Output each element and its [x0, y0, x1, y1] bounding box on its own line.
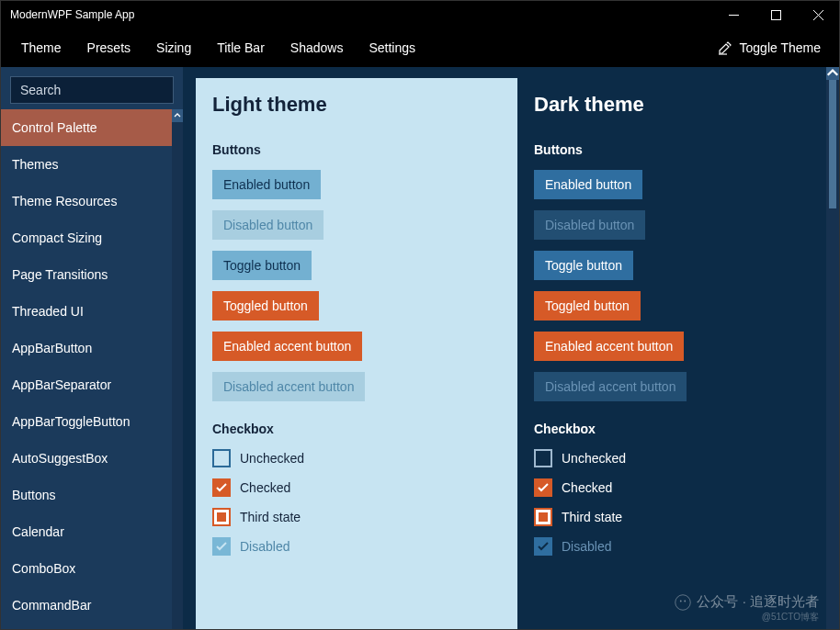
toggle-theme-label: Toggle Theme: [740, 40, 821, 55]
checkbox-checked-icon[interactable]: [212, 478, 231, 497]
cb-label: Unchecked: [562, 451, 626, 466]
cb-label: Unchecked: [240, 451, 304, 466]
sidebar-item-threaded-ui[interactable]: Threaded UI: [1, 293, 183, 330]
sidebar-item-appbarseparator[interactable]: AppBarSeparator: [1, 366, 183, 403]
search-input[interactable]: [20, 83, 181, 97]
light-cb-third-row[interactable]: Third state: [212, 508, 301, 526]
sidebar-scrollbar[interactable]: [172, 109, 183, 629]
light-theme-panel: Light theme Buttons Enabled button Disab…: [196, 78, 517, 629]
dark-buttons-heading: Buttons: [534, 142, 823, 157]
sidebar-item-appbarbutton[interactable]: AppBarButton: [1, 330, 183, 366]
titlebar[interactable]: ModernWPF Sample App: [1, 1, 839, 28]
app-body: Control Palette Themes Theme Resources C…: [1, 67, 839, 629]
light-cb-unchecked-row[interactable]: Unchecked: [212, 449, 304, 467]
sidebar-item-commandbar[interactable]: CommandBar: [1, 587, 183, 624]
sidebar-item-calendar[interactable]: Calendar: [1, 513, 183, 550]
dark-cb-third-row[interactable]: Third state: [534, 508, 622, 526]
cb-label: Checked: [240, 480, 290, 495]
cb-label: Checked: [562, 480, 612, 495]
scroll-up-button[interactable]: [826, 67, 839, 80]
dark-checkbox-heading: Checkbox: [534, 422, 823, 436]
sidebar-item-combobox[interactable]: ComboBox: [1, 550, 183, 587]
search-box[interactable]: [10, 76, 174, 104]
dark-enabled-button[interactable]: Enabled button: [534, 170, 642, 199]
menu-titlebar[interactable]: Title Bar: [204, 35, 278, 61]
sidebar-list[interactable]: Control Palette Themes Theme Resources C…: [1, 109, 183, 629]
checkbox-unchecked-icon[interactable]: [534, 449, 552, 467]
sidebar-item-label: Control Palette: [12, 120, 97, 135]
app-window: ModernWPF Sample App Theme Presets Sizin…: [0, 0, 840, 630]
checkbox-checked-icon[interactable]: [534, 478, 552, 497]
menu-theme[interactable]: Theme: [8, 35, 74, 61]
sidebar-item-label: AppBarToggleButton: [12, 414, 130, 429]
sidebar-item-label: Calendar: [12, 524, 64, 539]
light-button-stack: Enabled button Disabled button Toggle bu…: [212, 170, 501, 401]
sidebar-item-appbartogglebutton[interactable]: AppBarToggleButton: [1, 403, 183, 440]
close-button[interactable]: [797, 1, 839, 28]
dark-cb-unchecked-row[interactable]: Unchecked: [534, 449, 626, 467]
cb-label: Third state: [240, 510, 301, 524]
dark-toggle-button[interactable]: Toggle button: [534, 251, 633, 280]
main-area: Light theme Buttons Enabled button Disab…: [183, 67, 839, 629]
light-cb-checked-row[interactable]: Checked: [212, 478, 290, 497]
toggle-theme-button[interactable]: Toggle Theme: [707, 35, 832, 61]
dark-accent-disabled-button: Disabled accent button: [534, 372, 687, 401]
light-disabled-button: Disabled button: [212, 210, 324, 240]
cb-label: Third state: [562, 510, 622, 524]
sidebar-item-theme-resources[interactable]: Theme Resources: [1, 183, 183, 219]
menu-presets[interactable]: Presets: [74, 35, 143, 61]
checkbox-indeterminate-icon[interactable]: [534, 508, 552, 526]
window-title: ModernWPF Sample App: [10, 8, 134, 21]
sidebar-item-themes[interactable]: Themes: [1, 146, 183, 183]
sidebar-item-label: Buttons: [12, 488, 55, 502]
sidebar-item-label: CommandBar: [12, 598, 91, 613]
light-accent-enabled-button[interactable]: Enabled accent button: [212, 332, 362, 361]
light-toggle-button[interactable]: Toggle button: [212, 251, 312, 280]
dark-button-stack: Enabled button Disabled button Toggle bu…: [534, 170, 823, 401]
checkbox-unchecked-icon[interactable]: [212, 449, 231, 467]
minimize-icon: [729, 10, 739, 20]
light-title: Light theme: [212, 93, 501, 117]
dark-toggled-button[interactable]: Toggled button: [534, 291, 641, 321]
svg-rect-0: [771, 10, 780, 19]
main-scrollbar[interactable]: [826, 67, 839, 629]
light-buttons-heading: Buttons: [212, 142, 501, 157]
menu-settings[interactable]: Settings: [356, 35, 428, 61]
sidebar-item-label: AutoSuggestBox: [12, 451, 108, 466]
sidebar-item-buttons[interactable]: Buttons: [1, 477, 183, 513]
checkbox-indeterminate-icon[interactable]: [212, 508, 231, 526]
light-toggled-button[interactable]: Toggled button: [212, 291, 319, 321]
sidebar-item-autosuggestbox[interactable]: AutoSuggestBox: [1, 440, 183, 477]
menu-sizing[interactable]: Sizing: [143, 35, 204, 61]
dark-accent-enabled-button[interactable]: Enabled accent button: [534, 332, 684, 361]
checkbox-disabled-icon: [534, 537, 552, 556]
menu-shadows[interactable]: Shadows: [278, 35, 357, 61]
sidebar-item-label: Page Transitions: [12, 267, 108, 282]
dark-checkbox-stack: Unchecked Checked Third state Disabled: [534, 449, 823, 556]
sidebar-item-page-transitions[interactable]: Page Transitions: [1, 256, 183, 293]
sidebar-item-label: AppBarSeparator: [12, 377, 111, 392]
maximize-button[interactable]: [755, 1, 797, 28]
light-accent-disabled-button: Disabled accent button: [212, 372, 365, 401]
chevron-up-icon: [174, 112, 181, 119]
checkbox-disabled-icon: [212, 537, 231, 556]
dark-cb-checked-row[interactable]: Checked: [534, 478, 612, 497]
sidebar-item-label: Themes: [12, 157, 59, 172]
close-icon: [813, 10, 823, 20]
scroll-up-button[interactable]: [172, 109, 183, 122]
cb-label: Disabled: [562, 539, 611, 554]
sidebar-item-label: AppBarButton: [12, 341, 92, 355]
search-wrap: [1, 67, 183, 109]
sidebar-item-control-palette[interactable]: Control Palette: [1, 109, 183, 146]
light-checkbox-stack: Unchecked Checked Third state Disabled: [212, 449, 501, 556]
maximize-icon: [771, 10, 781, 20]
dark-title: Dark theme: [534, 93, 823, 117]
sidebar-item-label: Compact Sizing: [12, 231, 102, 245]
light-enabled-button[interactable]: Enabled button: [212, 170, 321, 199]
scrollbar-thumb[interactable]: [829, 80, 836, 208]
sidebar-item-compact-sizing[interactable]: Compact Sizing: [1, 219, 183, 256]
minimize-button[interactable]: [712, 1, 755, 28]
sidebar-item-label: Threaded UI: [12, 304, 84, 319]
cb-label: Disabled: [240, 539, 289, 554]
dark-disabled-button: Disabled button: [534, 210, 645, 240]
